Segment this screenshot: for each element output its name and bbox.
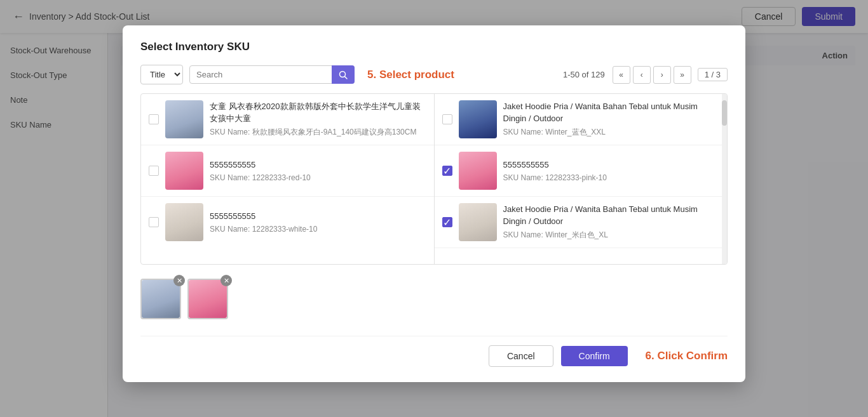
product-row: 5555555555 SKU Name: 12282333-white-10 [141,197,434,248]
selected-strip: ✕ ✕ [140,271,728,327]
product-name-r1: Jaket Hoodie Pria / Wanita Bahan Tebal u… [503,101,720,124]
page-display: 1 / 3 [698,68,728,81]
product-info-r2: 5555555555 SKU Name: 12282333-pink-10 [503,159,720,182]
modal-backdrop: Select Inventory SKU Title 5. Select pro… [0,0,868,417]
modal-title: Select Inventory SKU [140,41,728,53]
product-info-r1: Jaket Hoodie Pria / Wanita Bahan Tebal u… [503,101,720,137]
page-last-button[interactable]: » [674,66,691,84]
product-row: ✓ Jaket Hoodie Pria / Wanita Bahan Tebal… [435,197,728,248]
modal-dialog: Select Inventory SKU Title 5. Select pro… [123,25,745,382]
search-input-wrap [189,65,355,84]
product-checkbox-r2[interactable]: ✓ [442,166,452,176]
product-name-r2: 5555555555 [503,159,720,171]
products-container: 女童 风衣春秋2020款新款韩版外套中长款学生洋气儿童装女孩中大童 SKU Na… [140,93,728,265]
product-info-1: 女童 风衣春秋2020款新款韩版外套中长款学生洋气儿童装女孩中大童 SKU Na… [210,101,426,137]
selected-item-1: ✕ [140,279,181,319]
product-thumb-2 [165,152,203,190]
svg-line-1 [345,76,348,79]
modal-cancel-button[interactable]: Cancel [489,345,553,367]
search-button[interactable] [332,65,355,84]
modal-confirm-button[interactable]: Confirm [561,346,628,366]
product-sku-r2: SKU Name: 12282333-pink-10 [503,173,720,182]
product-checkbox-2[interactable] [149,166,159,176]
product-thumb-r2 [459,152,497,190]
product-checkbox-1[interactable] [149,114,159,124]
product-row: 5555555555 SKU Name: 12282333-red-10 [141,145,434,197]
product-row: 女童 风衣春秋2020款新款韩版外套中长款学生洋气儿童装女孩中大童 SKU Na… [141,94,434,145]
product-thumb-r1 [459,100,497,138]
product-checkbox-r1[interactable] [442,114,452,124]
products-right: Jaket Hoodie Pria / Wanita Bahan Tebal u… [435,94,728,264]
selected-item-2: ✕ [187,279,228,319]
page-next-button[interactable]: › [653,66,671,84]
search-filter-select[interactable]: Title [140,65,183,84]
product-checkbox-3[interactable] [149,217,159,227]
product-name-3: 5555555555 [210,211,426,222]
pagination: 1-50 of 129 « ‹ › » 1 / 3 [563,66,728,84]
scrollbar-track [722,94,727,264]
step6-label: 6. Click Confirm [646,350,728,362]
product-info-r3: Jaket Hoodie Pria / Wanita Bahan Tebal u… [503,204,720,240]
page-first-button[interactable]: « [613,66,630,84]
page-prev-button[interactable]: ‹ [633,66,651,84]
modal-footer: Cancel Confirm 6. Click Confirm [140,336,728,367]
product-thumb-3 [165,203,203,241]
product-sku-3: SKU Name: 12282333-white-10 [210,225,426,234]
search-input[interactable] [189,65,355,84]
product-sku-1: SKU Name: 秋款腰绳风衣象牙白-9A1_140码建议身高130CM [210,127,426,138]
product-row: Jaket Hoodie Pria / Wanita Bahan Tebal u… [435,94,728,145]
search-icon [339,70,348,79]
product-name-r3: Jaket Hoodie Pria / Wanita Bahan Tebal u… [503,204,720,227]
step5-label: 5. Select product [367,69,454,81]
search-row: Title 5. Select product 1-50 of 129 « ‹ … [140,65,728,84]
products-left: 女童 风衣春秋2020款新款韩版外套中长款学生洋气儿童装女孩中大童 SKU Na… [141,94,435,264]
product-info-3: 5555555555 SKU Name: 12282333-white-10 [210,211,426,234]
selected-item-img-1 [142,280,180,318]
pagination-info: 1-50 of 129 [563,70,605,79]
product-thumb-1 [165,100,203,138]
product-name-1: 女童 风衣春秋2020款新款韩版外套中长款学生洋气儿童装女孩中大童 [210,101,426,124]
product-sku-2: SKU Name: 12282333-red-10 [210,173,426,182]
product-checkbox-r3[interactable]: ✓ [442,217,452,227]
remove-item-2-button[interactable]: ✕ [220,275,232,286]
scrollbar-thumb [722,100,727,126]
product-sku-r3: SKU Name: Winter_米白色_XL [503,230,720,241]
product-thumb-r3 [459,203,497,241]
remove-item-1-button[interactable]: ✕ [173,275,185,286]
product-info-2: 5555555555 SKU Name: 12282333-red-10 [210,159,426,182]
product-row: ✓ 5555555555 SKU Name: 12282333-pink-10 [435,145,728,197]
product-sku-r1: SKU Name: Winter_蓝色_XXL [503,127,720,138]
product-name-2: 5555555555 [210,159,426,171]
selected-item-img-2 [189,280,227,318]
